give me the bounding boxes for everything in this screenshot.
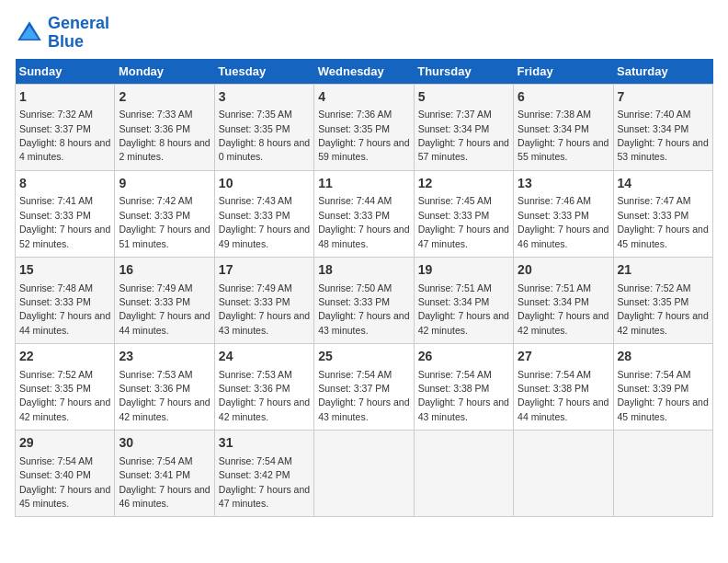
calendar-cell: 26Sunrise: 7:54 AMSunset: 3:38 PMDayligh… — [414, 344, 513, 431]
sunset: Sunset: 3:34 PM — [518, 123, 589, 134]
daylight: Daylight: 8 hours and 4 minutes. — [19, 137, 110, 162]
daylight: Daylight: 7 hours and 46 minutes. — [119, 484, 210, 509]
sunrise: Sunrise: 7:33 AM — [119, 109, 192, 120]
day-number: 20 — [518, 261, 609, 280]
sunset: Sunset: 3:39 PM — [618, 383, 689, 394]
daylight: Daylight: 7 hours and 45 minutes. — [19, 484, 110, 509]
day-number: 23 — [119, 348, 210, 366]
sunset: Sunset: 3:33 PM — [219, 210, 290, 221]
day-number: 2 — [119, 88, 210, 107]
daylight: Daylight: 8 hours and 2 minutes. — [119, 137, 210, 162]
daylight: Daylight: 7 hours and 43 minutes. — [219, 310, 310, 335]
logo-icon — [15, 18, 44, 48]
calendar-week-row: 15Sunrise: 7:48 AMSunset: 3:33 PMDayligh… — [16, 257, 713, 343]
sunrise: Sunrise: 7:42 AM — [119, 195, 192, 206]
daylight: Daylight: 8 hours and 0 minutes. — [219, 137, 310, 162]
sunrise: Sunrise: 7:32 AM — [19, 109, 93, 120]
calendar-cell: 9Sunrise: 7:42 AMSunset: 3:33 PMDaylight… — [115, 170, 214, 257]
sunset: Sunset: 3:33 PM — [318, 296, 390, 307]
day-of-week-header: Wednesday — [314, 59, 414, 85]
day-number: 31 — [219, 434, 310, 453]
calendar-cell: 5Sunrise: 7:37 AMSunset: 3:34 PMDaylight… — [414, 84, 513, 170]
daylight: Daylight: 7 hours and 57 minutes. — [418, 137, 509, 162]
daylight: Daylight: 7 hours and 44 minutes. — [119, 310, 210, 335]
sunset: Sunset: 3:33 PM — [518, 210, 589, 221]
sunset: Sunset: 3:41 PM — [119, 469, 190, 480]
daylight: Daylight: 7 hours and 52 minutes. — [19, 224, 110, 248]
sunset: Sunset: 3:35 PM — [318, 123, 390, 134]
day-number: 11 — [318, 175, 409, 193]
sunset: Sunset: 3:34 PM — [418, 123, 490, 134]
sunrise: Sunrise: 7:53 AM — [119, 369, 192, 380]
page-header: General Blue — [15, 15, 713, 52]
calendar-cell: 15Sunrise: 7:48 AMSunset: 3:33 PMDayligh… — [16, 257, 115, 343]
sunrise: Sunrise: 7:51 AM — [418, 282, 492, 293]
daylight: Daylight: 7 hours and 42 minutes. — [518, 310, 609, 335]
calendar-week-row: 29Sunrise: 7:54 AMSunset: 3:40 PMDayligh… — [16, 431, 713, 517]
sunset: Sunset: 3:33 PM — [418, 210, 490, 221]
sunrise: Sunrise: 7:48 AM — [19, 282, 93, 293]
sunrise: Sunrise: 7:36 AM — [318, 109, 392, 120]
sunrise: Sunrise: 7:51 AM — [518, 282, 591, 293]
sunrise: Sunrise: 7:52 AM — [618, 282, 691, 293]
sunrise: Sunrise: 7:44 AM — [318, 195, 392, 206]
calendar-cell: 27Sunrise: 7:54 AMSunset: 3:38 PMDayligh… — [514, 344, 613, 431]
day-number: 24 — [219, 348, 310, 366]
calendar-cell: 25Sunrise: 7:54 AMSunset: 3:37 PMDayligh… — [314, 344, 414, 431]
sunrise: Sunrise: 7:53 AM — [219, 369, 292, 380]
calendar-cell — [414, 431, 513, 517]
calendar-cell: 16Sunrise: 7:49 AMSunset: 3:33 PMDayligh… — [115, 257, 214, 343]
day-of-week-header: Sunday — [16, 59, 115, 85]
sunset: Sunset: 3:36 PM — [219, 383, 290, 394]
day-number: 14 — [618, 175, 709, 193]
day-number: 18 — [318, 261, 409, 280]
day-number: 28 — [618, 348, 709, 366]
day-number: 30 — [119, 434, 210, 453]
day-of-week-header: Tuesday — [214, 59, 313, 85]
day-of-week-header: Saturday — [613, 59, 712, 85]
calendar-cell: 23Sunrise: 7:53 AMSunset: 3:36 PMDayligh… — [115, 344, 214, 431]
header-row: SundayMondayTuesdayWednesdayThursdayFrid… — [16, 59, 713, 85]
daylight: Daylight: 7 hours and 42 minutes. — [119, 396, 210, 421]
sunset: Sunset: 3:37 PM — [19, 123, 91, 134]
calendar-cell: 31Sunrise: 7:54 AMSunset: 3:42 PMDayligh… — [214, 431, 313, 517]
calendar-cell: 18Sunrise: 7:50 AMSunset: 3:33 PMDayligh… — [314, 257, 414, 343]
logo-text: General Blue — [48, 15, 109, 52]
sunset: Sunset: 3:33 PM — [19, 296, 91, 307]
sunset: Sunset: 3:35 PM — [618, 296, 689, 307]
day-number: 21 — [618, 261, 709, 280]
logo: General Blue — [15, 15, 109, 52]
calendar-cell: 22Sunrise: 7:52 AMSunset: 3:35 PMDayligh… — [16, 344, 115, 431]
calendar-cell: 21Sunrise: 7:52 AMSunset: 3:35 PMDayligh… — [613, 257, 712, 343]
day-number: 15 — [19, 261, 110, 280]
day-number: 4 — [318, 88, 409, 107]
sunset: Sunset: 3:38 PM — [418, 383, 490, 394]
sunrise: Sunrise: 7:54 AM — [418, 369, 492, 380]
sunset: Sunset: 3:34 PM — [518, 296, 589, 307]
sunrise: Sunrise: 7:45 AM — [418, 195, 492, 206]
sunrise: Sunrise: 7:35 AM — [219, 109, 292, 120]
sunset: Sunset: 3:40 PM — [19, 469, 91, 480]
calendar-cell — [514, 431, 613, 517]
sunrise: Sunrise: 7:46 AM — [518, 195, 591, 206]
daylight: Daylight: 7 hours and 53 minutes. — [618, 137, 709, 162]
calendar-cell: 19Sunrise: 7:51 AMSunset: 3:34 PMDayligh… — [414, 257, 513, 343]
sunset: Sunset: 3:37 PM — [318, 383, 390, 394]
sunset: Sunset: 3:38 PM — [518, 383, 589, 394]
sunrise: Sunrise: 7:49 AM — [119, 282, 192, 293]
calendar-cell: 11Sunrise: 7:44 AMSunset: 3:33 PMDayligh… — [314, 170, 414, 257]
sunset: Sunset: 3:33 PM — [318, 210, 390, 221]
calendar-cell: 14Sunrise: 7:47 AMSunset: 3:33 PMDayligh… — [613, 170, 712, 257]
daylight: Daylight: 7 hours and 43 minutes. — [418, 396, 509, 421]
calendar-week-row: 8Sunrise: 7:41 AMSunset: 3:33 PMDaylight… — [16, 170, 713, 257]
calendar-cell: 7Sunrise: 7:40 AMSunset: 3:34 PMDaylight… — [613, 84, 712, 170]
sunset: Sunset: 3:34 PM — [618, 123, 689, 134]
calendar-cell: 20Sunrise: 7:51 AMSunset: 3:34 PMDayligh… — [514, 257, 613, 343]
sunrise: Sunrise: 7:52 AM — [19, 369, 93, 380]
day-number: 17 — [219, 261, 310, 280]
day-number: 12 — [418, 175, 509, 193]
sunrise: Sunrise: 7:41 AM — [19, 195, 93, 206]
day-number: 5 — [418, 88, 509, 107]
daylight: Daylight: 7 hours and 59 minutes. — [318, 137, 409, 162]
sunrise: Sunrise: 7:50 AM — [318, 282, 392, 293]
